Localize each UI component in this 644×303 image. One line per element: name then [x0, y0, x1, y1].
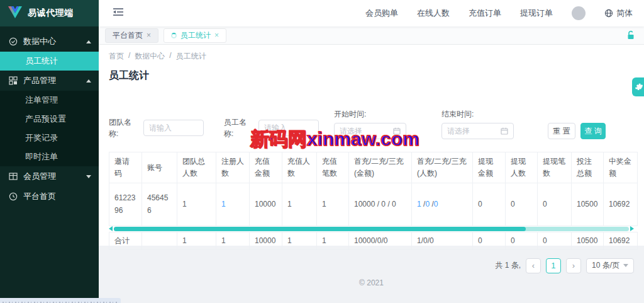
cell-withdraw-people: 0 — [506, 183, 538, 226]
col-account: 账号 — [142, 152, 177, 183]
close-icon[interactable]: × — [147, 31, 151, 40]
scrollbar-thumb[interactable] — [114, 227, 526, 231]
cell-withdraw-amount: 0 — [473, 183, 506, 226]
breadcrumb: 首页 / 数据中心 / 员工统计 — [109, 51, 634, 62]
logo-v-icon — [8, 6, 22, 21]
third-charge-people-link[interactable]: 0 — [434, 200, 438, 209]
sidebar-item-label: 会员管理 — [23, 171, 56, 182]
sidebar-item-product-mgmt[interactable]: 产品管理 — [0, 71, 99, 91]
registered-link[interactable]: 1 — [221, 200, 226, 209]
scrollbar-track[interactable] — [114, 227, 629, 231]
col-recharge-people: 充值人数 — [282, 152, 317, 183]
app-logo: 易诚代理端 — [0, 0, 99, 26]
footer: © 2021 — [99, 246, 644, 303]
sidebar-item-bet-order-mgmt[interactable]: 注单管理 — [0, 91, 99, 110]
cell-recharge-count: 1 — [317, 183, 349, 226]
settings-gear-button[interactable] — [632, 77, 644, 96]
end-time-input[interactable] — [447, 127, 497, 135]
start-time-label: 开始时间: — [334, 109, 406, 120]
total-withdraw-count: 0 — [538, 232, 572, 249]
total-account — [142, 232, 177, 249]
horizontal-scrollbar[interactable] — [109, 226, 634, 232]
total-registered: 1 — [216, 232, 250, 249]
total-withdraw-people: 0 — [506, 232, 538, 249]
sidebar-item-staff-stats[interactable]: 员工统计 — [0, 52, 99, 71]
sidebar-item-product-preset[interactable]: 产品预设置 — [0, 110, 99, 129]
cell-win-amount: 10692 — [604, 183, 638, 226]
nav-withdraw-orders[interactable]: 提现订单 — [520, 8, 553, 19]
submenu-product-mgmt: 注单管理 产品预设置 开奖记录 即时注单 — [0, 91, 99, 166]
total-first-charges-people: 1/0/0 — [412, 232, 473, 249]
search-button[interactable]: 查 询 — [580, 123, 606, 139]
start-time-filter: 开始时间: — [334, 109, 406, 139]
sidebar-item-data-center[interactable]: 数据中心 — [0, 31, 99, 52]
avatar[interactable] — [572, 6, 586, 20]
team-name-filter: 团队名称: — [109, 117, 204, 139]
product-grid-icon — [9, 76, 18, 85]
cell-bet-total: 10500 — [572, 183, 604, 226]
page-title: 员工统计 — [109, 69, 634, 83]
chevron-up-icon — [86, 79, 91, 83]
cell-withdraw-count: 0 — [538, 183, 572, 226]
pagination: 共 1 条, ‹ 1 › 10 条/页 — [109, 258, 634, 273]
scroll-right-icon[interactable] — [630, 226, 634, 231]
col-first-charges-amount: 首充/二充/三充(金额) — [349, 152, 412, 183]
end-time-filter: 结束时间: — [441, 109, 514, 139]
end-time-label: 结束时间: — [441, 109, 514, 120]
sidebar-item-platform-home[interactable]: 平台首页 — [0, 186, 99, 207]
member-table-icon — [9, 172, 18, 181]
table-row: 6122396 456456 1 1 10000 1 1 10000 / 0 /… — [109, 183, 638, 226]
tab-platform-home[interactable]: 平台首页 × — [105, 28, 158, 43]
start-time-input[interactable] — [340, 127, 390, 135]
tab-staff-stats[interactable]: 员工统计 × — [164, 28, 226, 43]
staff-name-input[interactable] — [258, 120, 319, 136]
unlock-icon[interactable] — [626, 30, 635, 42]
col-first-charges-people: 首充/二充/三充(人数) — [412, 152, 473, 183]
second-charge-people-link[interactable]: 0 — [425, 200, 430, 209]
sidebar-item-label: 数据中心 — [23, 36, 56, 47]
nav-online-users[interactable]: 在线人数 — [417, 8, 450, 19]
end-time-picker[interactable] — [441, 123, 514, 139]
next-page-button[interactable]: › — [566, 258, 581, 273]
first-charge-people-link[interactable]: 1 — [417, 200, 421, 209]
breadcrumb-staff-stats[interactable]: 员工统计 — [176, 51, 206, 62]
chevron-down-icon — [86, 175, 91, 178]
page-size-select[interactable]: 10 条/页 — [586, 258, 634, 273]
sidebar: 易诚代理端 数据中心 员工统计 产品管理 注单管理 产品预设置 开奖记录 即时注… — [0, 0, 99, 303]
page-content: 新码网xinmaw.com 首页 / 数据中心 / 员工统计 员工统计 团队名称… — [99, 45, 644, 246]
filter-bar: 团队名称: 员工名称: 开始时间: 结束时间: — [109, 109, 634, 139]
sidebar-item-member-mgmt[interactable]: 会员管理 — [0, 166, 99, 186]
sidebar-collapse-icon[interactable] — [113, 7, 124, 20]
page-1-button[interactable]: 1 — [546, 258, 561, 273]
table-header-row: 邀请码 账号 团队总人数 注册人数 充值金额 充值人数 充值笔数 首充/二充/三… — [109, 152, 638, 183]
breadcrumb-data-center[interactable]: 数据中心 — [135, 51, 165, 62]
start-time-picker[interactable] — [334, 123, 406, 139]
sidebar-item-realtime-bets[interactable]: 即时注单 — [0, 147, 99, 166]
scroll-left-icon[interactable] — [109, 226, 113, 231]
breadcrumb-home[interactable]: 首页 — [109, 51, 124, 62]
total-recharge-count: 1 — [317, 232, 349, 249]
prev-page-button[interactable]: ‹ — [526, 258, 541, 273]
sidebar-item-draw-records[interactable]: 开奖记录 — [0, 129, 99, 147]
copyright-text: © 2021 — [359, 278, 384, 287]
nav-member-orders[interactable]: 会员购单 — [365, 8, 398, 19]
chevron-up-icon — [86, 40, 91, 43]
language-switch[interactable]: 简体 — [604, 8, 633, 19]
nav-recharge-orders[interactable]: 充值订单 — [469, 8, 501, 19]
col-withdraw-amount: 提现金额 — [473, 152, 506, 183]
team-name-input[interactable] — [143, 120, 204, 136]
cell-first-charges-people: 1 /0 /0 — [412, 183, 473, 226]
close-icon[interactable]: × — [214, 31, 219, 40]
browser-status-bar — [0, 298, 121, 303]
col-withdraw-count: 提现笔数 — [538, 152, 572, 183]
cell-invite-code: 6122396 — [109, 183, 142, 226]
col-win-amount: 中奖金额 — [604, 152, 638, 183]
page-size-value: 10 条/页 — [592, 260, 619, 271]
reset-button[interactable]: 重 置 — [548, 123, 575, 139]
globe-icon — [604, 9, 613, 18]
col-recharge-count: 充值笔数 — [317, 152, 349, 183]
loading-spinner-icon — [171, 33, 177, 38]
total-win-amount: 10692 — [604, 232, 638, 249]
total-first-charges-amount: 10000/0/0 — [349, 232, 412, 249]
language-label: 简体 — [616, 8, 633, 19]
